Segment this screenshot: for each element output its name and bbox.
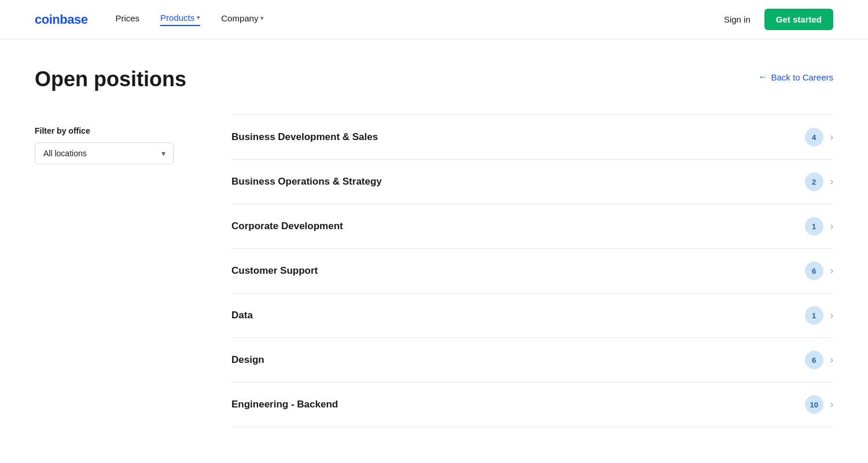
main-nav: Prices Products ▾ Company ▾ (115, 13, 724, 26)
position-name: Business Operations & Strategy (231, 176, 382, 188)
chevron-down-icon: ▾ (260, 14, 264, 22)
position-name: Engineering - Backend (231, 399, 338, 410)
chevron-right-icon: › (830, 399, 833, 410)
sign-in-link[interactable]: Sign in (724, 14, 751, 24)
count-badge: 1 (805, 217, 823, 236)
page-title: Open positions (35, 67, 186, 91)
logo[interactable]: coinbase (35, 12, 87, 27)
nav-item-prices[interactable]: Prices (115, 13, 139, 25)
count-badge: 6 (805, 262, 823, 280)
count-badge: 6 (805, 351, 823, 369)
header-right: Sign in Get started (724, 9, 833, 30)
page-header: Open positions ← Back to Careers (35, 39, 833, 115)
position-right: 1› (805, 306, 833, 325)
position-right: 1› (805, 217, 833, 236)
nav-item-products[interactable]: Products ▾ (160, 13, 200, 26)
back-arrow-icon: ← (758, 72, 767, 82)
get-started-button[interactable]: Get started (764, 9, 833, 30)
position-item[interactable]: Customer Support6› (231, 249, 833, 293)
chevron-right-icon: › (830, 266, 833, 276)
position-right: 2› (805, 172, 833, 191)
location-select-wrapper: All locationsRemoteSan FranciscoNew York… (35, 142, 174, 164)
count-badge: 10 (805, 395, 823, 414)
main-content: Open positions ← Back to Careers Filter … (0, 39, 868, 427)
position-item[interactable]: Data1› (231, 293, 833, 338)
position-right: 6› (805, 262, 833, 280)
count-badge: 1 (805, 306, 823, 325)
position-item[interactable]: Design6› (231, 338, 833, 383)
logo-text: coinbase (35, 12, 87, 27)
position-item[interactable]: Engineering - Backend10› (231, 383, 833, 427)
position-name: Business Development & Sales (231, 131, 378, 143)
chevron-right-icon: › (830, 310, 833, 321)
header: coinbase Prices Products ▾ Company ▾ Sig… (0, 0, 868, 39)
chevron-right-icon: › (830, 177, 833, 187)
chevron-right-icon: › (830, 132, 833, 142)
position-name: Data (231, 310, 253, 321)
content-layout: Filter by office All locationsRemoteSan … (35, 115, 833, 427)
position-right: 4› (805, 128, 833, 146)
back-to-careers-link[interactable]: ← Back to Careers (758, 72, 833, 82)
position-item[interactable]: Business Operations & Strategy2› (231, 160, 833, 204)
count-badge: 2 (805, 172, 823, 191)
positions-list: Business Development & Sales4›Business O… (231, 115, 833, 427)
chevron-right-icon: › (830, 221, 833, 232)
count-badge: 4 (805, 128, 823, 146)
location-select[interactable]: All locationsRemoteSan FranciscoNew York… (35, 142, 174, 164)
position-item[interactable]: Business Development & Sales4› (231, 115, 833, 160)
sidebar: Filter by office All locationsRemoteSan … (35, 115, 185, 427)
position-right: 10› (805, 395, 833, 414)
position-name: Corporate Development (231, 221, 343, 232)
chevron-right-icon: › (830, 355, 833, 365)
chevron-down-icon: ▾ (197, 14, 200, 21)
filter-label: Filter by office (35, 126, 185, 135)
position-right: 6› (805, 351, 833, 369)
position-name: Design (231, 354, 264, 366)
position-item[interactable]: Corporate Development1› (231, 204, 833, 249)
nav-item-company[interactable]: Company ▾ (221, 13, 264, 25)
position-name: Customer Support (231, 265, 318, 277)
